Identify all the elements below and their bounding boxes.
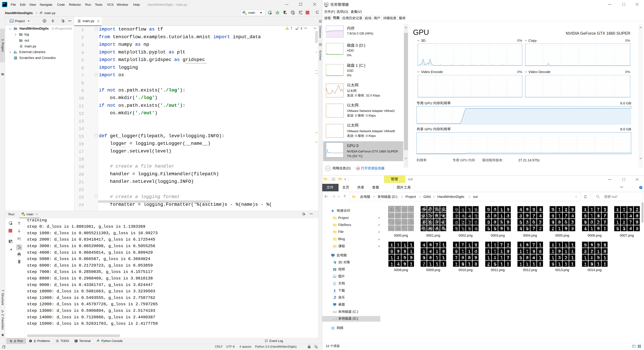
svg-text:5: 5 bbox=[564, 219, 567, 224]
svg-text:9: 9 bbox=[636, 226, 638, 231]
svg-text:1: 1 bbox=[590, 226, 593, 231]
svg-text:9: 9 bbox=[590, 242, 593, 247]
svg-text:9: 9 bbox=[506, 219, 509, 224]
svg-text:7: 7 bbox=[604, 219, 606, 224]
svg-text:9: 9 bbox=[403, 261, 406, 266]
svg-text:9: 9 bbox=[571, 226, 574, 231]
svg-text:9: 9 bbox=[410, 255, 412, 260]
svg-text:7: 7 bbox=[422, 261, 425, 266]
svg-text:9: 9 bbox=[397, 249, 399, 254]
svg-text:2: 2 bbox=[506, 242, 509, 247]
svg-text:9: 9 bbox=[500, 226, 502, 231]
svg-text:7: 7 bbox=[461, 242, 464, 247]
svg-text:9: 9 bbox=[558, 219, 560, 224]
svg-text:9: 9 bbox=[636, 213, 638, 218]
svg-text:5: 5 bbox=[494, 261, 496, 266]
svg-text:9: 9 bbox=[461, 255, 464, 260]
svg-text:1: 1 bbox=[622, 213, 625, 218]
svg-text:1: 1 bbox=[410, 242, 412, 247]
svg-text:9: 9 bbox=[597, 242, 600, 247]
svg-text:1: 1 bbox=[436, 261, 438, 266]
svg-text:1: 1 bbox=[604, 255, 606, 260]
svg-text:1: 1 bbox=[410, 249, 412, 254]
svg-text:3: 3 bbox=[604, 207, 606, 212]
svg-text:8: 8 bbox=[474, 226, 477, 231]
svg-text:1: 1 bbox=[442, 255, 444, 260]
svg-text:6: 6 bbox=[539, 249, 541, 254]
svg-text:1: 1 bbox=[532, 261, 535, 266]
svg-text:0: 0 bbox=[474, 249, 477, 254]
svg-text:5: 5 bbox=[506, 226, 509, 231]
svg-text:1: 1 bbox=[552, 255, 554, 260]
svg-text:9: 9 bbox=[429, 242, 432, 247]
svg-text:8: 8 bbox=[468, 255, 470, 260]
svg-text:9: 9 bbox=[584, 213, 586, 218]
svg-text:8: 8 bbox=[474, 261, 477, 266]
svg-text:1: 1 bbox=[461, 207, 464, 212]
svg-text:1: 1 bbox=[558, 207, 560, 212]
svg-text:4: 4 bbox=[519, 207, 522, 212]
svg-text:1: 1 bbox=[442, 261, 444, 266]
svg-text:7: 7 bbox=[597, 207, 600, 212]
svg-text:9: 9 bbox=[526, 255, 528, 260]
svg-text:1: 1 bbox=[436, 249, 438, 254]
svg-text:9: 9 bbox=[597, 255, 600, 260]
svg-text:9: 9 bbox=[455, 249, 457, 254]
svg-text:9: 9 bbox=[526, 213, 528, 218]
svg-text:9: 9 bbox=[455, 226, 458, 231]
svg-text:9: 9 bbox=[474, 255, 477, 260]
svg-text:1: 1 bbox=[539, 255, 541, 260]
svg-text:9: 9 bbox=[571, 207, 574, 212]
svg-text:1: 1 bbox=[558, 242, 560, 247]
svg-text:2: 2 bbox=[487, 261, 490, 266]
svg-text:9: 9 bbox=[604, 249, 606, 254]
svg-text:4: 4 bbox=[629, 226, 632, 231]
svg-text:1: 1 bbox=[468, 261, 470, 266]
svg-text:9: 9 bbox=[552, 213, 554, 218]
svg-text:1: 1 bbox=[494, 255, 496, 260]
svg-text:9: 9 bbox=[429, 255, 432, 260]
svg-text:1: 1 bbox=[422, 249, 425, 254]
svg-text:1: 1 bbox=[584, 255, 586, 260]
svg-text:9: 9 bbox=[552, 219, 554, 224]
svg-text:1: 1 bbox=[552, 249, 554, 254]
svg-text:1: 1 bbox=[397, 242, 399, 247]
svg-text:2: 2 bbox=[552, 226, 554, 231]
svg-text:7: 7 bbox=[455, 255, 457, 260]
svg-text:7: 7 bbox=[506, 255, 509, 260]
svg-text:1: 1 bbox=[590, 213, 593, 218]
svg-text:1: 1 bbox=[494, 249, 496, 254]
svg-text:9: 9 bbox=[474, 242, 477, 247]
svg-text:9: 9 bbox=[629, 207, 632, 212]
svg-text:1: 1 bbox=[616, 219, 618, 224]
svg-text:3: 3 bbox=[571, 219, 574, 224]
svg-text:1: 1 bbox=[397, 255, 399, 260]
svg-text:2: 2 bbox=[455, 213, 458, 218]
svg-text:7: 7 bbox=[500, 242, 502, 247]
svg-text:1: 1 bbox=[519, 249, 522, 254]
svg-text:5: 5 bbox=[494, 226, 496, 231]
svg-text:2: 2 bbox=[590, 249, 593, 254]
svg-text:1: 1 bbox=[584, 261, 586, 266]
svg-text:7: 7 bbox=[532, 213, 535, 218]
svg-text:4: 4 bbox=[539, 213, 541, 218]
svg-text:1: 1 bbox=[455, 242, 457, 247]
svg-text:3: 3 bbox=[487, 213, 490, 218]
svg-text:1: 1 bbox=[604, 226, 606, 231]
svg-text:9: 9 bbox=[584, 219, 586, 224]
svg-text:1: 1 bbox=[410, 261, 412, 266]
svg-text:1: 1 bbox=[616, 213, 618, 218]
svg-text:1: 1 bbox=[558, 213, 560, 218]
svg-text:1: 1 bbox=[590, 207, 593, 212]
svg-text:9: 9 bbox=[506, 249, 509, 254]
svg-text:1: 1 bbox=[604, 261, 606, 266]
svg-text:0: 0 bbox=[590, 219, 593, 224]
svg-text:4: 4 bbox=[539, 207, 541, 212]
svg-text:4: 4 bbox=[584, 226, 586, 231]
svg-text:9: 9 bbox=[403, 249, 406, 254]
svg-text:1: 1 bbox=[500, 261, 502, 266]
svg-text:1: 1 bbox=[461, 249, 464, 254]
svg-text:1: 1 bbox=[564, 242, 567, 247]
svg-text:9: 9 bbox=[494, 219, 496, 224]
svg-text:4: 4 bbox=[629, 213, 632, 218]
